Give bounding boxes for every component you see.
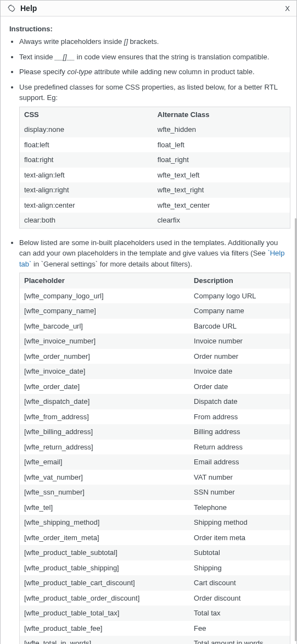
placeholder-cell: [wfte_order_item_meta] [20,530,190,546]
close-button[interactable]: X [285,4,290,13]
coltype-em: col-type [67,68,92,76]
description-cell: Order date [189,379,290,395]
placeholder-cell: [wfte_invoice_number] [20,334,190,349]
placeholder-cell: [wfte_email] [20,454,190,470]
table-row: [wfte_shipping_method]Shipping method [20,515,290,530]
description-cell: Invoice number [189,334,290,349]
instructions-heading: Instructions: [9,25,288,33]
table-row: [wfte_dispatch_date]Dispatch date [20,394,290,409]
placeholder-cell: [wfte_order_date] [20,379,190,395]
alt-class-cell: wfte_text_center [153,198,290,213]
table-row: [wfte_invoice_number]Invoice number [20,334,290,349]
css-prop-cell: float:left [20,137,153,153]
placeholder-cell: [wfte_product_table_cart_discount] [20,575,190,591]
table-header-row: CSS Alternate Class [20,107,290,122]
description-cell: Invoice date [189,364,290,379]
alt-class-cell: wfte_hidden [153,122,290,137]
table-row: [wfte_order_item_meta]Order item meta [20,530,290,546]
list-item: Below listed are some in-built placehold… [19,237,288,645]
placeholder-cell: [wfte_product_table_order_discount] [20,591,190,606]
help-icon [7,4,16,13]
instructions-list: Always write placeholders inside [] brac… [9,36,288,229]
table-row: [wfte_tel]Telephone [20,500,290,515]
description-cell: SSN number [189,485,290,500]
text: Please specify [19,68,67,76]
placeholder-cell: [wfte_order_number] [20,349,190,364]
dunder-em: __[]__ [55,53,75,61]
col-header: Alternate Class [153,107,290,122]
placeholder-section: Below listed are some in-built placehold… [9,237,288,645]
css-prop-cell: clear:both [20,213,153,228]
alt-class-cell: float_right [153,152,290,168]
placeholder-cell: [wfte_product_table_subtotal] [20,545,190,560]
description-cell: Barcode URL [189,319,290,334]
table-row: [wfte_company_name]Company name [20,303,290,319]
css-prop-cell: text-align:right [20,182,153,198]
table-row: [wfte_invoice_date]Invoice date [20,364,290,379]
table-row: float:rightfloat_right [20,152,290,168]
text: Below listed are some in-built placehold… [19,238,278,258]
description-cell: Shipping [189,560,290,576]
description-cell: Dispatch date [189,394,290,409]
description-cell: Fee [189,621,290,636]
description-cell: Order item meta [189,530,290,546]
placeholder-cell: [wfte_vat_number] [20,470,190,485]
list-item: Always write placeholders inside [] brac… [19,36,288,47]
description-cell: Total tax [189,606,290,621]
placeholder-cell: [wfte_billing_address] [20,424,190,440]
scrollbar-thumb[interactable] [295,218,296,641]
table-header-row: Placeholder Description [20,273,290,288]
table-row: [wfte_from_address]From address [20,409,290,425]
description-cell: VAT number [189,470,290,485]
description-cell: Return address [189,440,290,455]
content-area: Instructions: Always write placeholders … [1,16,296,644]
description-cell: Order discount [189,591,290,606]
description-cell: Telephone [189,500,290,515]
panel-header: Help X [1,1,296,16]
description-cell: Billing address [189,424,290,440]
table-row: [wfte_product_table_fee]Fee [20,621,290,636]
placeholder-table: Placeholder Description [wfte_company_lo… [19,273,290,644]
description-cell: Total amount in words [189,636,290,644]
list-item: Text inside __[]__ in code view ensures … [19,52,288,63]
table-row: [wfte_return_address]Return address [20,440,290,455]
table-row: [wfte_product_table_order_discount]Order… [20,591,290,606]
table-row: [wfte_order_number]Order number [20,349,290,364]
col-header: Placeholder [20,273,190,288]
placeholder-cell: [wfte_tel] [20,500,190,515]
panel-title: Help [20,4,281,13]
table-row: [wfte_billing_address]Billing address [20,424,290,440]
description-cell: From address [189,409,290,425]
placeholder-cell: [wfte_barcode_url] [20,319,190,334]
description-cell: Cart discount [189,575,290,591]
text: Use predefined classes for some CSS prop… [19,83,277,102]
list-item: Use predefined classes for some CSS prop… [19,82,288,229]
css-table: CSS Alternate Class display:nonewfte_hid… [19,107,290,229]
placeholder-cell: [wfte_shipping_method] [20,515,190,530]
table-row: [wfte_product_table_total_tax]Total tax [20,606,290,621]
list-item: Please specify col-type attribute while … [19,66,288,77]
text: attribute while adding new column in pro… [92,68,255,76]
description-cell: Shipping method [189,515,290,530]
table-row: text-align:rightwfte_text_right [20,182,290,198]
placeholder-cell: [wfte_product_table_shipping] [20,560,190,576]
table-row: [wfte_product_table_shipping]Shipping [20,560,290,576]
table-row: float:leftfloat_left [20,137,290,153]
alt-class-cell: wfte_text_right [153,182,290,198]
col-header: CSS [20,107,153,122]
text: in code view ensures that the string is … [75,53,269,61]
css-prop-cell: text-align:center [20,198,153,213]
placeholder-cell: [wfte_dispatch_date] [20,394,190,409]
description-cell: Subtotal [189,545,290,560]
placeholder-cell: [wfte_invoice_date] [20,364,190,379]
description-cell: Order number [189,349,290,364]
description-cell: Email address [189,454,290,470]
css-prop-cell: text-align:left [20,168,153,183]
placeholder-cell: [wfte_total_in_words] [20,636,190,644]
text: in `General settings` for more details a… [31,260,192,268]
alt-class-cell: wfte_text_left [153,168,290,183]
placeholder-cell: [wfte_company_logo_url] [20,288,190,304]
table-row: [wfte_order_date]Order date [20,379,290,395]
css-prop-cell: display:none [20,122,153,137]
css-prop-cell: float:right [20,152,153,168]
